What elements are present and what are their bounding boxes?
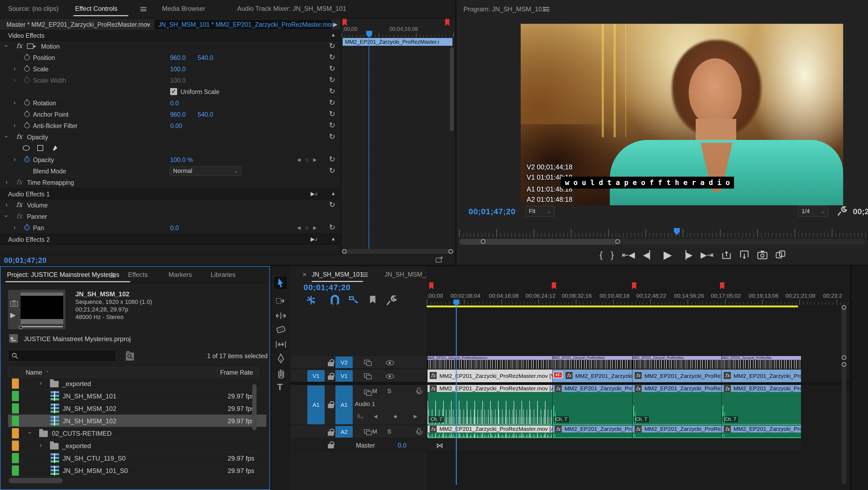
tab-sequence-1[interactable]: JN_SH_MSM_101 xyxy=(312,271,363,282)
panel-menu-icon[interactable] xyxy=(544,7,549,12)
sequence-marker-icon[interactable] xyxy=(720,282,724,289)
expand-icon[interactable] xyxy=(5,179,7,185)
program-video-frame[interactable]: V2 00;01;44;18 V1 01:01:48:18 A1 01:01:4… xyxy=(521,24,843,205)
program-timecode[interactable]: 00;01;47;20 xyxy=(469,207,516,216)
master-track-label[interactable]: Master xyxy=(356,442,375,449)
track-target-v1[interactable]: V1 xyxy=(335,370,353,382)
project-file-name[interactable]: JUSTICE Mainstreet Mysteries.prproj xyxy=(24,335,131,343)
clip-a2-selected[interactable]: fxMM2_EP201_Zarzycki_ProRezMaster.mov [A… xyxy=(428,425,553,438)
clip-v2[interactable]: MM2_EP201_Zarzycki_ProRezMasterscc xyxy=(428,356,553,369)
expand-icon[interactable] xyxy=(13,65,16,72)
reset-icon[interactable]: ↺ xyxy=(329,99,335,106)
mini-timeline-clip[interactable]: MM2_EP201_Zarzycki_ProRezMaster.i xyxy=(342,38,453,46)
sync-lock-icon[interactable] xyxy=(364,373,371,379)
keyframe-nav-icons[interactable]: ◀ ◆ ▶ xyxy=(374,414,425,419)
column-name[interactable]: Name xyxy=(26,369,42,376)
go-to-out-button[interactable]: ▶⇥ xyxy=(701,250,714,259)
mute-button[interactable]: M xyxy=(372,428,377,435)
vertical-scrollbar[interactable] xyxy=(450,47,454,131)
step-forward-button[interactable]: ▕▶ xyxy=(680,250,692,259)
reset-icon[interactable]: ↺ xyxy=(329,167,335,175)
expand-icon[interactable] xyxy=(13,156,16,163)
zoom-level-select[interactable]: Fit⌄ xyxy=(525,206,554,217)
fx-badge-icon[interactable]: fx xyxy=(16,42,22,50)
reset-icon[interactable]: ↺ xyxy=(329,76,335,84)
track-select-forward-tool[interactable] xyxy=(276,296,286,307)
voiceover-record-icon[interactable] xyxy=(417,428,421,433)
playback-resolution-select[interactable]: 1/4⌄ xyxy=(798,206,828,217)
pan-value[interactable]: 0.0 xyxy=(170,224,179,232)
solo-button[interactable]: S xyxy=(387,388,391,395)
nest-toggle-icon[interactable] xyxy=(306,295,316,306)
rect-mask-icon[interactable] xyxy=(37,145,43,151)
reset-icon[interactable]: ↺ xyxy=(329,65,335,72)
reset-icon[interactable]: ↺ xyxy=(329,201,335,209)
rotation-value[interactable]: 0.0 xyxy=(170,100,179,107)
mute-button[interactable]: M xyxy=(372,388,377,395)
param-row-blend-mode[interactable]: Blend Mode Normal⌄ ↺ xyxy=(0,165,341,177)
collapse-section-icon[interactable]: ▲ xyxy=(331,191,336,196)
tab-effect-controls[interactable]: Effect Controls xyxy=(75,5,118,12)
video-tracks-scrollbar[interactable] xyxy=(841,307,846,359)
param-row-opacity[interactable]: Opacity 100.0 % ◀ ◇ ▶ ↺ xyxy=(0,154,341,165)
lock-icon[interactable] xyxy=(328,444,334,449)
audio-tracks-scrollbar[interactable] xyxy=(841,363,846,484)
list-item[interactable]: JN_SH_MSM_101_S0 29.97 fps xyxy=(8,464,266,477)
settings-wrench-icon[interactable] xyxy=(837,205,848,217)
play-audio-icon[interactable]: ▶♪ xyxy=(311,236,317,242)
tab-libraries[interactable]: Libraries xyxy=(211,271,236,278)
mark-in-button[interactable]: { xyxy=(599,250,602,260)
reset-icon[interactable]: ↺ xyxy=(329,133,335,141)
playhead-timecode[interactable]: 00;01;47;20 xyxy=(4,256,47,265)
reset-icon[interactable]: ↺ xyxy=(329,54,335,61)
effect-controls-timeline[interactable]: ;00;00 00;04;16;08 MM2_EP201_Zarzycki_Pr… xyxy=(341,19,455,254)
collapse-section-icon[interactable]: ▲ xyxy=(331,32,336,38)
source-patch-a1[interactable]: A1 xyxy=(307,386,324,424)
add-marker-icon[interactable] xyxy=(370,296,375,303)
label-chip-green[interactable] xyxy=(12,465,19,476)
mark-out-button[interactable]: } xyxy=(611,250,614,260)
voiceover-record-icon[interactable] xyxy=(417,388,421,393)
scrollbar-knob[interactable] xyxy=(448,249,453,254)
linked-selection-icon[interactable] xyxy=(348,295,360,306)
type-tool[interactable]: T xyxy=(277,382,283,392)
preview-scrub-track[interactable] xyxy=(21,326,63,327)
scrollbar-knob[interactable] xyxy=(841,305,846,310)
column-frame-rate[interactable]: Frame Rate xyxy=(220,369,253,376)
label-chip-orange[interactable] xyxy=(12,428,19,438)
scrollbar-knob[interactable] xyxy=(841,362,846,367)
anti-flicker-value[interactable]: 0.00 xyxy=(170,122,182,130)
param-row-uniform-scale[interactable]: ✓ Uniform Scale ↺ xyxy=(0,86,341,97)
comparison-view-button[interactable] xyxy=(776,250,786,259)
expand-icon[interactable] xyxy=(13,99,16,106)
sequence-marker-icon[interactable] xyxy=(429,282,433,289)
reset-icon[interactable]: ↺ xyxy=(329,110,335,118)
stopwatch-icon-active[interactable] xyxy=(24,157,30,162)
effect-row-motion[interactable]: fx Motion ↺ xyxy=(0,40,341,52)
panel-menu-icon[interactable] xyxy=(362,273,368,278)
marker-red-icon[interactable] xyxy=(342,19,347,26)
razor-tool[interactable] xyxy=(276,325,286,335)
anchor-y-value[interactable]: 540.0 xyxy=(198,111,213,118)
pen-tool[interactable] xyxy=(276,353,286,364)
label-chip-green[interactable] xyxy=(12,416,19,426)
list-item-selected[interactable]: JN_SH_MSM_102 29.97 fps xyxy=(8,415,266,427)
label-chip-orange[interactable] xyxy=(12,378,19,389)
sync-lock-icon[interactable] xyxy=(364,429,371,435)
effect-row-opacity[interactable]: fx Opacity ↺ xyxy=(0,131,341,143)
program-title[interactable]: Program: JN_SH_MSM_101 xyxy=(463,5,546,13)
close-sequence-icon[interactable]: × xyxy=(303,270,307,279)
clip-a1[interactable]: fxMM2_EP201_Zarzycki_ProRe Ch. 7 xyxy=(722,385,801,425)
clip-v1[interactable]: fx MM2_EP201_Zarzycki_ProRezM xyxy=(632,370,722,382)
reset-icon[interactable]: ↺ xyxy=(329,224,335,231)
audio-effects-1-bar[interactable]: Audio Effects 1 ▶♪ ▲ xyxy=(0,188,341,200)
label-chip-green[interactable] xyxy=(12,453,19,463)
play-button[interactable]: ▶ xyxy=(663,248,672,261)
expand-icon[interactable] xyxy=(5,202,7,208)
source-patch-v1[interactable]: V1 xyxy=(307,370,324,382)
scrollbar-knob[interactable] xyxy=(481,239,486,244)
video-effects-header[interactable]: Video Effects ▲ xyxy=(0,30,341,40)
clip-v1-selected[interactable]: fx MM2_EP201_Zarzycki_ProRezMaster.mov [… xyxy=(428,370,553,382)
lock-icon[interactable] xyxy=(328,431,334,436)
param-row-anchor-point[interactable]: Anchor Point 960.0 540.0 ↺ xyxy=(0,109,341,120)
